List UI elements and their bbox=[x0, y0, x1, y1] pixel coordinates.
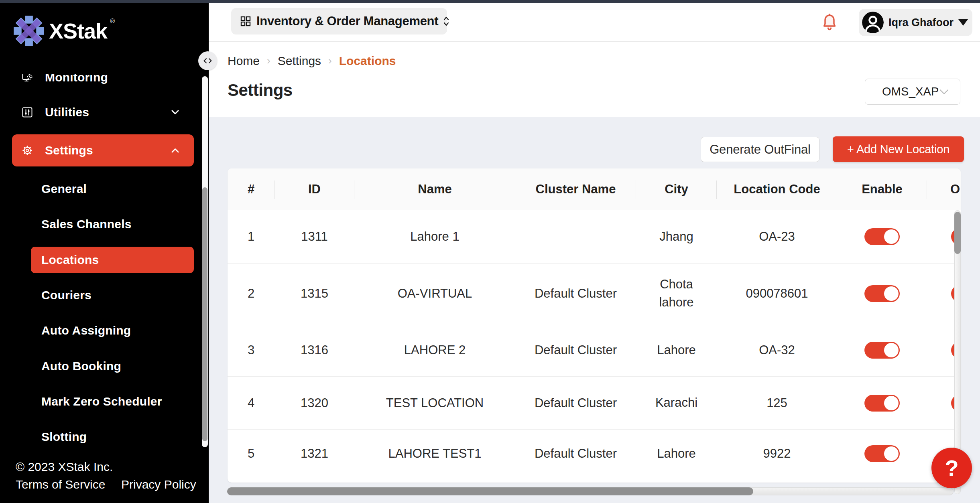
toggle-knob bbox=[884, 343, 899, 357]
sidebar-subitem-locations[interactable]: Locations bbox=[31, 247, 194, 273]
cell-enable bbox=[837, 210, 927, 263]
column-header-id: ID bbox=[274, 168, 354, 210]
breadcrumb-settings[interactable]: Settings bbox=[278, 54, 321, 68]
xstak-logo-icon bbox=[14, 15, 44, 47]
cell-code: 090078601 bbox=[717, 264, 837, 324]
sidebar-item-monitoring[interactable]: Monitoring bbox=[12, 74, 194, 93]
cell-city: Jhang bbox=[636, 210, 717, 263]
product-selector-label: Inventory & Order Management bbox=[256, 14, 438, 28]
sidebar-menu: Monitoring Utilities Settings bbox=[0, 74, 201, 451]
add-new-location-button[interactable]: + Add New Location bbox=[833, 136, 964, 162]
sidebar-footer: © 2023 XStak Inc. Terms of Service Priva… bbox=[0, 451, 209, 503]
cell-enable bbox=[837, 430, 927, 478]
sidebar-subitem-label: Auto Booking bbox=[41, 359, 121, 373]
column-header-location-code: Location Code bbox=[717, 168, 837, 210]
cell-city: Karachi bbox=[636, 377, 717, 429]
table-horizontal-scrollbar-thumb[interactable] bbox=[227, 487, 753, 495]
sidebar-item-utilities[interactable]: Utilities bbox=[12, 96, 194, 128]
sidebar-subitem-label: General bbox=[41, 182, 87, 196]
store-selector[interactable]: OMS_XAP bbox=[865, 79, 960, 105]
cell-index: 5 bbox=[228, 430, 274, 478]
enable-toggle[interactable] bbox=[864, 445, 900, 462]
xstak-logo[interactable]: XStak® bbox=[14, 15, 107, 47]
chevron-up-icon bbox=[171, 148, 179, 153]
column-header-enable: Enable bbox=[837, 168, 927, 210]
select-updown-icon bbox=[443, 16, 449, 27]
enable-toggle[interactable] bbox=[864, 285, 900, 302]
sliders-icon bbox=[22, 107, 33, 118]
product-selector[interactable]: Inventory & Order Management bbox=[231, 8, 447, 34]
page-title: Settings bbox=[228, 81, 293, 100]
sidebar-subitem-slotting[interactable]: Slotting bbox=[31, 424, 194, 450]
sidebar-scrollbar-track[interactable] bbox=[202, 76, 208, 447]
sidebar-subitem-sales-channels[interactable]: Sales Channels bbox=[31, 211, 194, 237]
sidebar-subitem-label: Mark Zero Scheduler bbox=[41, 395, 162, 408]
cell-enable bbox=[837, 264, 927, 324]
sidebar-subitem-auto-booking[interactable]: Auto Booking bbox=[31, 353, 194, 379]
cell-id: 1315 bbox=[274, 264, 354, 324]
monitor-icon bbox=[22, 74, 33, 83]
column-header-name: Name bbox=[354, 168, 515, 210]
sidebar-subitem-auto-assigning[interactable]: Auto Assigning bbox=[31, 317, 194, 344]
help-label: ? bbox=[945, 455, 958, 481]
breadcrumb-current: Locations bbox=[339, 54, 396, 68]
registered-mark: ® bbox=[110, 18, 114, 25]
table-row: 2 1315 OA-VIRTUAL Default Cluster Chota … bbox=[228, 264, 961, 324]
terms-of-service-link[interactable]: Terms of Service bbox=[16, 478, 105, 491]
table-vertical-scrollbar-thumb[interactable] bbox=[954, 212, 961, 254]
cell-id: 1311 bbox=[274, 210, 354, 263]
sidebar: XStak® Monitoring Utilities bbox=[0, 0, 209, 503]
top-strip bbox=[0, 0, 980, 3]
cell-name: LAHORE 2 bbox=[354, 324, 515, 376]
cell-enable bbox=[837, 324, 927, 376]
cell-cluster: Default Cluster bbox=[515, 430, 636, 478]
top-header: Inventory & Order Management Iqra Ghafoo… bbox=[209, 3, 980, 42]
column-header-o: O bbox=[927, 168, 961, 210]
column-header-index: # bbox=[228, 168, 274, 210]
help-button[interactable]: ? bbox=[931, 448, 972, 488]
sidebar-subitem-label: Auto Assigning bbox=[41, 324, 131, 337]
cell-id: 1321 bbox=[274, 430, 354, 478]
table-row: 3 1316 LAHORE 2 Default Cluster Lahore O… bbox=[228, 324, 961, 377]
sidebar-subitem-general[interactable]: General bbox=[31, 176, 194, 202]
sidebar-subitem-label: Sales Channels bbox=[41, 217, 132, 231]
notification-bell-icon[interactable] bbox=[823, 14, 836, 31]
privacy-policy-link[interactable]: Privacy Policy bbox=[121, 478, 196, 491]
cell-id: 1320 bbox=[274, 377, 354, 429]
sidebar-item-label: Utilities bbox=[45, 105, 89, 119]
sidebar-subitem-label: Locations bbox=[41, 253, 99, 267]
breadcrumb-home[interactable]: Home bbox=[228, 54, 260, 68]
collapse-chevrons-icon bbox=[203, 58, 213, 64]
gear-icon bbox=[22, 145, 33, 156]
table-row: 1 1311 Lahore 1 Jhang OA-23 bbox=[228, 210, 961, 264]
table-row: 4 1320 TEST LOCATION Default Cluster Kar… bbox=[228, 377, 961, 430]
cell-name: LAHORE TEST1 bbox=[354, 430, 515, 478]
sidebar-collapse-button[interactable] bbox=[198, 51, 217, 70]
sidebar-subitem-mark-zero-scheduler[interactable]: Mark Zero Scheduler bbox=[31, 388, 194, 415]
column-header-city: City bbox=[636, 168, 717, 210]
sidebar-scrollbar-thumb[interactable] bbox=[202, 187, 207, 441]
cell-id: 1316 bbox=[274, 324, 354, 376]
enable-toggle[interactable] bbox=[864, 342, 900, 359]
generate-outfinal-button[interactable]: Generate OutFinal bbox=[701, 137, 819, 162]
toggle-knob bbox=[884, 396, 899, 410]
user-menu[interactable]: Iqra Ghafoor bbox=[859, 9, 972, 36]
sidebar-item-settings[interactable]: Settings bbox=[12, 134, 194, 166]
sidebar-subitem-couriers[interactable]: Couriers bbox=[31, 282, 194, 308]
cell-city: Lahore bbox=[636, 430, 717, 478]
cell-name: TEST LOCATION bbox=[354, 377, 515, 429]
cell-cluster: Default Cluster bbox=[515, 324, 636, 376]
table-row: 5 1321 LAHORE TEST1 Default Cluster Laho… bbox=[228, 430, 961, 478]
enable-toggle[interactable] bbox=[864, 395, 900, 412]
brand-name: XStak® bbox=[49, 18, 107, 43]
sidebar-item-label: Monitoring bbox=[45, 74, 108, 84]
user-caret-icon bbox=[958, 19, 968, 26]
cell-index: 2 bbox=[228, 264, 274, 324]
cell-name: OA-VIRTUAL bbox=[354, 264, 515, 324]
cell-index: 1 bbox=[228, 210, 274, 263]
cell-index: 3 bbox=[228, 324, 274, 376]
user-name: Iqra Ghafoor bbox=[889, 16, 954, 29]
sidebar-subitem-label: Couriers bbox=[41, 288, 91, 302]
main-area: Inventory & Order Management Iqra Ghafoo… bbox=[209, 3, 980, 503]
enable-toggle[interactable] bbox=[864, 228, 900, 245]
